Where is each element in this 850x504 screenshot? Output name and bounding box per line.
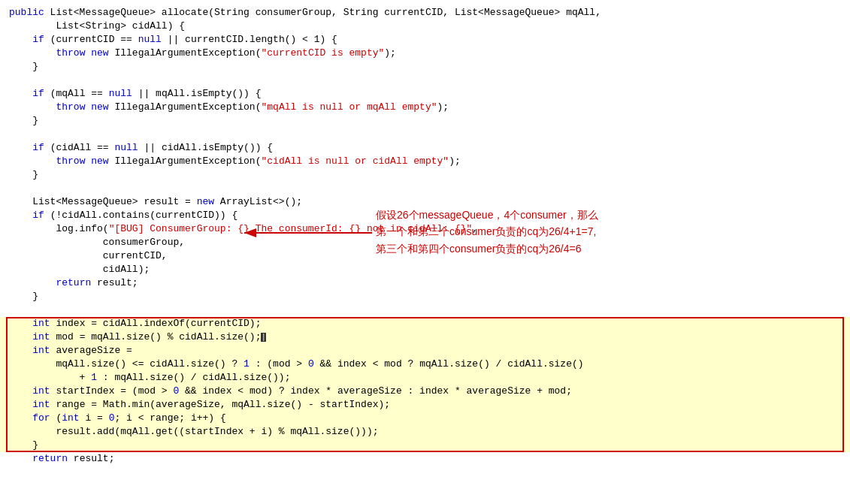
annotation-line-1: 假设26个messageQueue，4个consumer，那么	[376, 209, 598, 221]
code-line-1: public List<MessageQueue> allocate(Strin…	[0, 6, 850, 20]
code-line-20: cidAll);	[0, 263, 850, 276]
code-line-5: }	[0, 60, 850, 74]
code-line-10	[0, 128, 850, 141]
code-line-8: throw new IllegalArgumentException("mqAl…	[0, 101, 850, 114]
code-line-22: }	[0, 290, 850, 303]
code-line-31: for (int i = 0; i < range; i++) {	[0, 412, 850, 425]
code-line-7: if (mqAll == null || mqAll.isEmpty()) {	[0, 87, 850, 101]
code-line-21: return result;	[0, 276, 850, 290]
annotation-line-3: 第三个和第四个consumer负责的cq为26/4=6	[376, 243, 581, 255]
code-line-11: if (cidAll == null || cidAll.isEmpty()) …	[0, 141, 850, 155]
code-line-3: if (currentCID == null || currentCID.len…	[0, 33, 850, 47]
code-line-25: int mod = mqAll.size() % cidAll.size();|	[0, 330, 850, 344]
code-line-34: return result;	[0, 452, 850, 466]
annotation-text: 假设26个messageQueue，4个consumer，那么 第一个和第二个c…	[376, 207, 598, 257]
code-line-2: List<String> cidAll) {	[0, 20, 850, 33]
code-line-23	[0, 303, 850, 317]
code-line-9: }	[0, 114, 850, 128]
annotation-line-2: 第一个和第二个consumer负责的cq为26/4+1=7,	[376, 225, 596, 237]
code-line-27: mqAll.size() <= cidAll.size() ? 1 : (mod…	[0, 358, 850, 371]
code-line-30: int range = Math.min(averageSize, mqAll.…	[0, 398, 850, 412]
code-line-6	[0, 74, 850, 87]
code-container: public List<MessageQueue> allocate(Strin…	[0, 0, 850, 472]
code-line-24: int index = cidAll.indexOf(currentCID);	[0, 317, 850, 330]
code-line-4: throw new IllegalArgumentException("curr…	[0, 47, 850, 60]
code-line-29: int startIndex = (mod > 0 && index < mod…	[0, 385, 850, 398]
code-line-12: throw new IllegalArgumentException("cidA…	[0, 155, 850, 168]
code-line-28: + 1 : mqAll.size() / cidAll.size());	[0, 371, 850, 385]
code-line-13: }	[0, 168, 850, 182]
code-line-32: result.add(mqAll.get((startIndex + i) % …	[0, 425, 850, 439]
code-line-33: }	[0, 439, 850, 452]
code-line-14	[0, 182, 850, 195]
arrow-svg	[240, 222, 391, 244]
code-line-26: int averageSize =	[0, 344, 850, 358]
